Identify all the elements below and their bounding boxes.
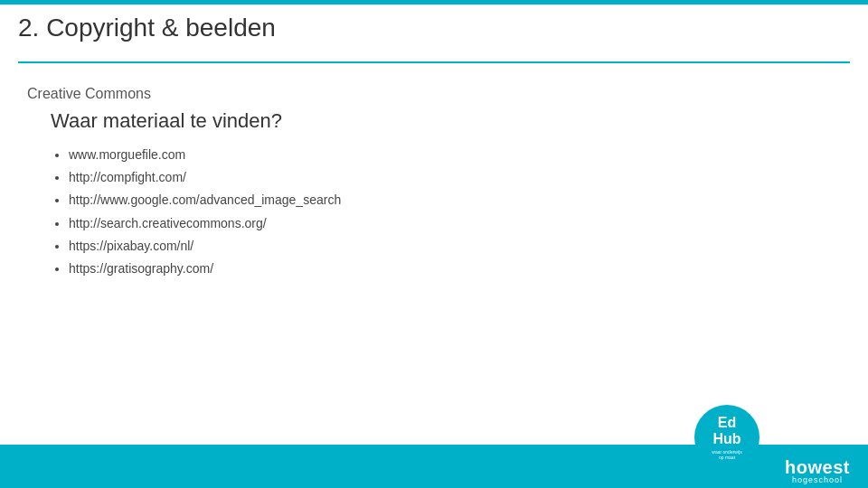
howest-name: howest bbox=[785, 458, 850, 476]
top-accent-line bbox=[0, 0, 868, 5]
sub-heading: Waar materiaal te vinden? bbox=[51, 109, 850, 133]
edhub-line2: Hub bbox=[712, 431, 741, 447]
edhub-tagline: waar onderwijsop maat bbox=[712, 449, 741, 460]
bullet-list: www.morguefile.comhttp://compfight.com/h… bbox=[69, 144, 850, 280]
edhub-line1: Ed bbox=[718, 415, 736, 431]
section-label: Creative Commons bbox=[27, 86, 850, 102]
list-item: http://search.creativecommons.org/ bbox=[69, 212, 850, 235]
list-item: http://www.google.com/advanced_image_sea… bbox=[69, 189, 850, 211]
howest-logo: howest hogeschool bbox=[785, 458, 850, 484]
list-item: http://compfight.com/ bbox=[69, 166, 850, 189]
slide-content: 2. Copyright & beelden Creative Commons … bbox=[18, 14, 850, 280]
slide: 2. Copyright & beelden Creative Commons … bbox=[0, 0, 868, 488]
howest-sub: hogeschool bbox=[785, 476, 850, 484]
edhub-badge: Ed Hub waar onderwijsop maat bbox=[694, 405, 760, 470]
slide-title: 2. Copyright & beelden bbox=[18, 14, 850, 52]
list-item: www.morguefile.com bbox=[69, 144, 850, 166]
list-item: https://pixabay.com/nl/ bbox=[69, 235, 850, 258]
list-item: https://gratisography.com/ bbox=[69, 258, 850, 280]
